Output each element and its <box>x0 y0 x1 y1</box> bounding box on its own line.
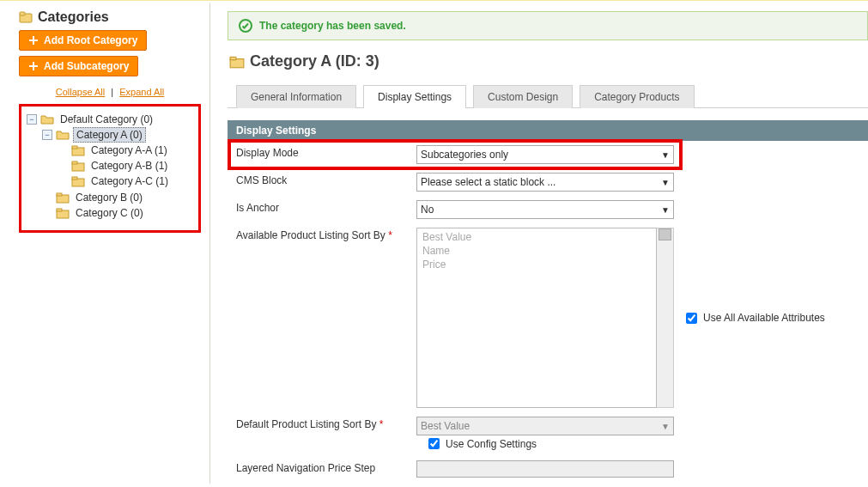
category-tree: − Default Category (0) − Category A (0) <box>25 112 197 222</box>
use-config-settings-label: Use Config Settings <box>446 438 537 450</box>
tree-node-category-a[interactable]: Category A (0) <box>73 127 146 143</box>
page-title: Category A (ID: 3) <box>250 52 379 70</box>
cms-block-value: Please select a static block ... <box>421 176 555 188</box>
tab-general-information[interactable]: General Information <box>236 85 356 108</box>
use-all-attributes-checkbox[interactable] <box>686 313 697 324</box>
button-label: Add Subcategory <box>44 60 129 72</box>
category-icon <box>229 54 245 70</box>
folder-open-icon <box>56 128 70 142</box>
tree-node-category-a-b[interactable]: Category A-B (1) <box>88 159 170 173</box>
available-sort-by-label: Available Product Listing Sort By <box>236 229 385 241</box>
collapse-all-link[interactable]: Collapse All <box>56 87 105 97</box>
add-root-category-button[interactable]: Add Root Category <box>19 30 147 51</box>
svg-rect-12 <box>57 209 62 211</box>
plus-icon <box>28 35 39 46</box>
tabs: General Information Display Settings Cus… <box>228 84 868 108</box>
folder-icon <box>56 191 70 204</box>
multiselect-option[interactable]: Best Value <box>422 230 656 244</box>
tree-node-category-c[interactable]: Category C (0) <box>73 206 146 220</box>
svg-rect-10 <box>57 193 62 196</box>
svg-rect-8 <box>72 177 77 180</box>
section-heading: Display Settings <box>228 120 868 141</box>
svg-rect-6 <box>72 161 77 164</box>
folder-icon <box>56 206 70 220</box>
cms-block-label: CMS Block <box>236 174 287 186</box>
required-marker: * <box>379 418 384 430</box>
default-sort-by-select[interactable]: Best Value ▼ <box>416 417 674 435</box>
category-tree-highlight-frame: − Default Category (0) − Category A (0) <box>19 104 201 233</box>
required-marker: * <box>388 229 392 241</box>
available-sort-by-multiselect[interactable]: Best Value Name Price <box>416 228 657 408</box>
check-circle-icon <box>239 19 252 33</box>
categories-icon <box>19 10 33 24</box>
svg-rect-1 <box>20 12 25 15</box>
add-subcategory-button[interactable]: Add Subcategory <box>19 56 138 76</box>
svg-rect-15 <box>230 57 236 59</box>
default-sort-by-label: Default Product Listing Sort By <box>236 418 376 430</box>
expand-all-link[interactable]: Expand All <box>119 87 164 97</box>
success-message: The category has been saved. <box>228 11 868 40</box>
main-panel: The category has been saved. Category A … <box>210 3 868 484</box>
tree-spacer <box>42 208 52 218</box>
tab-custom-design[interactable]: Custom Design <box>473 85 573 108</box>
display-mode-label: Display Mode <box>236 147 299 159</box>
button-label: Add Root Category <box>44 34 137 46</box>
multiselect-option[interactable]: Name <box>422 244 656 258</box>
chevron-down-icon: ▼ <box>661 150 670 160</box>
is-anchor-label: Is Anchor <box>236 202 279 214</box>
tree-node-category-a-c[interactable]: Category A-C (1) <box>88 174 171 188</box>
display-mode-select[interactable]: Subcategories only ▼ <box>416 145 674 164</box>
chevron-down-icon: ▼ <box>661 178 670 187</box>
display-mode-value: Subcategories only <box>421 149 508 161</box>
tree-node-default-category[interactable]: Default Category (0) <box>58 113 155 126</box>
tree-spacer <box>58 161 68 171</box>
tree-collapse-icon[interactable]: − <box>27 114 37 125</box>
tab-category-products[interactable]: Category Products <box>580 85 694 108</box>
sidebar: Categories Add Root Category Add Subcate… <box>0 3 210 484</box>
use-all-attributes-label: Use All Available Attributes <box>703 312 825 324</box>
price-step-label: Layered Navigation Price Step <box>236 462 375 474</box>
tree-node-category-a-a[interactable]: Category A-A (1) <box>88 143 170 157</box>
chevron-down-icon: ▼ <box>661 422 670 431</box>
is-anchor-value: No <box>421 204 434 216</box>
tree-node-category-b[interactable]: Category B (0) <box>73 191 145 204</box>
tree-spacer <box>58 176 68 186</box>
plus-icon <box>28 61 39 71</box>
folder-icon <box>71 143 85 157</box>
scrollbar[interactable] <box>657 228 674 408</box>
is-anchor-select[interactable]: No ▼ <box>416 200 674 219</box>
folder-open-icon <box>40 113 54 126</box>
price-step-input[interactable] <box>416 460 674 478</box>
scrollbar-thumb[interactable] <box>659 228 671 240</box>
tree-collapse-icon[interactable]: − <box>42 130 52 140</box>
separator: | <box>107 87 117 97</box>
svg-rect-4 <box>72 146 77 149</box>
cms-block-select[interactable]: Please select a static block ... ▼ <box>416 173 674 192</box>
folder-icon <box>71 174 85 188</box>
default-sort-by-value: Best Value <box>421 420 470 432</box>
success-text: The category has been saved. <box>259 20 406 32</box>
multiselect-option[interactable]: Price <box>422 258 656 271</box>
use-config-settings-checkbox[interactable] <box>428 438 440 449</box>
tree-spacer <box>58 145 68 155</box>
categories-heading: Categories <box>38 9 109 25</box>
tab-display-settings[interactable]: Display Settings <box>363 85 466 108</box>
chevron-down-icon: ▼ <box>661 205 670 215</box>
folder-icon <box>71 159 85 173</box>
tree-spacer <box>42 192 52 203</box>
